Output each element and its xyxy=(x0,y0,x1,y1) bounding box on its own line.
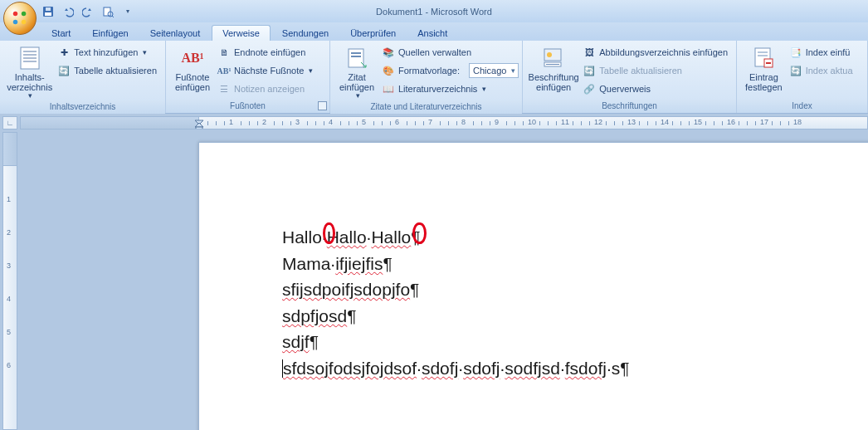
page[interactable]: Hallo·Hallo·Hallo¶Mama·ifjiejfis¶sfijsdp… xyxy=(198,142,868,430)
ruler-ticks: 123456789101112131415161718 xyxy=(199,117,867,129)
undo-icon[interactable] xyxy=(60,3,76,20)
tof-icon: 🖼 xyxy=(583,46,596,59)
citation-style-row: 🎨Formatvorlage: Chicago xyxy=(378,61,522,80)
mark-entry-button[interactable]: Eintrag festlegen xyxy=(742,43,786,92)
svg-rect-6 xyxy=(46,7,51,11)
svg-point-3 xyxy=(22,20,27,25)
ruler-top-margin xyxy=(3,133,17,166)
insert-tof-button[interactable]: 🖼Abbildungsverzeichnis einfügen xyxy=(579,43,731,61)
group-toc-label: Inhaltsverzeichnis xyxy=(0,100,165,114)
insert-caption-button[interactable]: Beschriftung einfügen xyxy=(528,43,579,92)
citation-icon xyxy=(344,45,370,71)
show-notes-button: ☰Notizen anzeigen xyxy=(214,80,316,98)
tab-stop-selector[interactable]: ∟ xyxy=(2,116,17,129)
ribbon: Inhalts- verzeichnis▾ ✚Text hinzufügen▾ … xyxy=(0,41,868,114)
update-index-button: 🔄Index aktua xyxy=(786,61,856,80)
svg-point-19 xyxy=(547,52,552,57)
group-index: Eintrag festlegen 📑Index einfü 🔄Index ak… xyxy=(737,41,868,113)
text-line[interactable]: sdpfjosd¶ xyxy=(282,303,795,330)
group-citations: Zitat einfügen▾ 📚Quellen verwalten 🎨Form… xyxy=(330,41,523,113)
pilcrow-icon: ¶ xyxy=(411,227,420,247)
pilcrow-icon: ¶ xyxy=(347,306,356,325)
print-preview-icon[interactable] xyxy=(100,3,116,20)
text-line[interactable]: sdjf¶ xyxy=(282,329,795,355)
tab-start[interactable]: Start xyxy=(41,26,80,41)
manage-sources-icon: 📚 xyxy=(382,46,395,59)
office-button[interactable] xyxy=(3,2,37,35)
pilcrow-icon: ¶ xyxy=(620,359,629,378)
group-toc: Inhalts- verzeichnis▾ ✚Text hinzufügen▾ … xyxy=(0,41,166,113)
next-footnote-icon: AB¹ xyxy=(217,64,231,77)
group-index-label: Index xyxy=(737,100,867,113)
crossref-button[interactable]: 🔗Querverweis xyxy=(579,80,731,98)
save-icon[interactable] xyxy=(40,3,56,20)
toc-icon xyxy=(17,45,43,71)
insert-endnote-button[interactable]: 🗎Endnote einfügen xyxy=(214,43,316,61)
insert-index-icon: 📑 xyxy=(789,46,802,59)
group-captions-label: Beschriftungen xyxy=(523,100,736,113)
vertical-ruler[interactable]: 123456 xyxy=(2,132,17,430)
pilcrow-icon: ¶ xyxy=(310,332,319,351)
insert-index-button[interactable]: 📑Index einfü xyxy=(786,43,856,61)
text-line[interactable]: sfijsdpoifjsdopjfo¶ xyxy=(282,276,795,303)
svg-rect-5 xyxy=(45,12,51,16)
update-toc-button[interactable]: 🔄Tabelle aktualisieren xyxy=(54,61,160,80)
crossref-icon: 🔗 xyxy=(583,82,596,95)
citation-style-select[interactable]: Chicago xyxy=(469,63,519,78)
update-captions-button: 🔄Tabelle aktualisieren xyxy=(579,61,731,80)
tab-überprüfen[interactable]: Überprüfen xyxy=(340,26,406,41)
tab-einfügen[interactable]: Einfügen xyxy=(82,26,138,41)
add-text-icon: ✚ xyxy=(57,46,71,59)
redo-icon[interactable] xyxy=(80,3,96,20)
ruler-left-margin xyxy=(21,117,199,129)
pilcrow-icon: ¶ xyxy=(410,280,419,299)
indent-marker-icon[interactable] xyxy=(194,117,204,129)
endnote-icon: 🗎 xyxy=(217,46,231,59)
bibliography-icon: 📖 xyxy=(382,82,395,95)
group-footnotes-label: Fußnoten xyxy=(166,100,329,113)
toc-label: Inhalts- verzeichnis xyxy=(7,72,52,92)
footnotes-launcher-icon[interactable] xyxy=(318,101,327,110)
text-line[interactable]: Hallo·Hallo·Hallo¶ xyxy=(282,224,795,251)
svg-marker-28 xyxy=(195,123,203,127)
svg-point-0 xyxy=(13,12,18,17)
tab-ansicht[interactable]: Ansicht xyxy=(407,26,457,41)
document-body[interactable]: Hallo·Hallo·Hallo¶Mama·ifjiejfis¶sfijsdp… xyxy=(282,224,795,381)
tab-seitenlayout[interactable]: Seitenlayout xyxy=(140,26,211,41)
svg-point-1 xyxy=(22,12,27,17)
update-index-icon: 🔄 xyxy=(789,64,802,77)
svg-line-9 xyxy=(112,16,114,17)
horizontal-ruler[interactable]: 123456789101112131415161718 xyxy=(20,116,868,129)
workspace: ∟ 123456789101112131415161718 123456 Hal… xyxy=(0,114,868,430)
document-view[interactable]: Hallo·Hallo·Hallo¶Mama·ifjiejfis¶sfijsdp… xyxy=(20,132,868,430)
group-footnotes: AB¹ Fußnote einfügen 🗎Endnote einfügen A… xyxy=(166,41,330,113)
style-icon: 🎨 xyxy=(382,64,395,77)
svg-rect-17 xyxy=(351,56,361,57)
next-footnote-button[interactable]: AB¹Nächste Fußnote▾ xyxy=(214,61,316,80)
pilcrow-icon: ¶ xyxy=(383,254,392,273)
show-notes-icon: ☰ xyxy=(217,82,231,95)
bibliography-button[interactable]: 📖Literaturverzeichnis▾ xyxy=(378,80,522,98)
footnote-icon: AB¹ xyxy=(179,45,206,71)
group-citations-label: Zitate und Literaturverzeichnis xyxy=(330,100,522,114)
toc-button[interactable]: Inhalts- verzeichnis▾ xyxy=(5,43,54,100)
tab-verweise[interactable]: Verweise xyxy=(212,25,271,41)
group-captions: Beschriftung einfügen 🖼Abbildungsverzeic… xyxy=(523,41,737,113)
svg-point-2 xyxy=(13,20,18,25)
insert-citation-button[interactable]: Zitat einfügen▾ xyxy=(335,43,378,100)
text-line[interactable]: sfdsojfodsjfojdsof·sdofj·sdofj·sodfjsd·f… xyxy=(282,355,795,382)
tab-sendungen[interactable]: Sendungen xyxy=(272,26,339,41)
update-captions-icon: 🔄 xyxy=(583,64,596,77)
qat-dropdown-icon[interactable]: ▾ xyxy=(119,3,136,20)
add-text-button[interactable]: ✚Text hinzufügen▾ xyxy=(54,43,160,61)
title-bar: ▾ Dokument1 - Microsoft Word xyxy=(0,0,868,22)
ribbon-tabs: StartEinfügenSeitenlayoutVerweiseSendung… xyxy=(0,22,868,41)
svg-rect-15 xyxy=(349,49,363,67)
manage-sources-button[interactable]: 📚Quellen verwalten xyxy=(378,43,522,61)
mark-entry-icon xyxy=(750,45,777,71)
text-line[interactable]: Mama·ifjiejfis¶ xyxy=(282,251,795,277)
quick-access-toolbar: ▾ xyxy=(40,3,136,20)
insert-footnote-button[interactable]: AB¹ Fußnote einfügen xyxy=(171,43,214,92)
svg-rect-29 xyxy=(196,127,202,129)
svg-rect-16 xyxy=(351,52,361,54)
